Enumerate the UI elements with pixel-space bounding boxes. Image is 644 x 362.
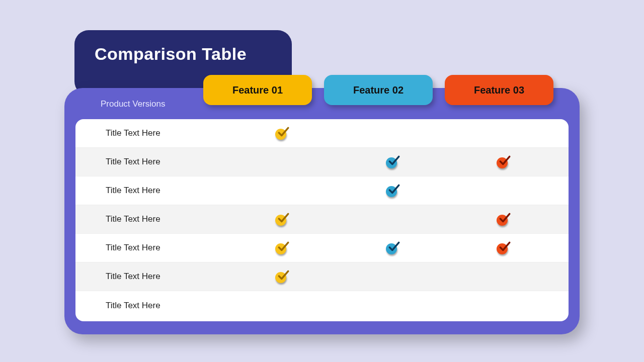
cell (337, 184, 448, 197)
subheader: Product Versions (101, 99, 166, 109)
table-row: Title Text Here (75, 176, 569, 205)
comparison-card: Product Versions Feature 01 Feature 02 F… (64, 88, 580, 334)
table-row: Title Text Here (75, 119, 569, 148)
row-label: Title Text Here (75, 272, 226, 282)
cell (448, 155, 558, 168)
feature-pill-3: Feature 03 (445, 75, 553, 105)
cell (226, 213, 337, 226)
check-icon (497, 213, 510, 226)
row-label: Title Text Here (75, 186, 226, 196)
cell (337, 241, 448, 254)
table-row: Title Text Here (75, 262, 569, 291)
check-icon (386, 155, 399, 168)
cell (448, 241, 558, 254)
cell (226, 241, 337, 254)
feature-pill-1: Feature 01 (203, 75, 312, 105)
check-icon (275, 270, 288, 283)
table-row: Title Text Here (75, 234, 569, 262)
row-label: Title Text Here (75, 301, 226, 311)
cell (226, 127, 337, 140)
row-label: Title Text Here (75, 214, 226, 224)
check-icon (275, 213, 288, 226)
check-icon (275, 241, 288, 254)
row-label: Title Text Here (75, 128, 226, 138)
table-row: Title Text Here (75, 148, 569, 176)
page-title: Comparison Table (95, 44, 272, 64)
comparison-grid: Title Text HereTitle Text HereTitle Text… (75, 119, 569, 321)
check-icon (386, 184, 399, 197)
feature-pill-2: Feature 02 (324, 75, 433, 105)
table-row: Title Text Here (75, 291, 569, 320)
check-icon (497, 241, 510, 254)
cell (448, 213, 558, 226)
check-icon (275, 127, 288, 140)
feature-label: Feature 02 (353, 84, 404, 96)
feature-label: Feature 03 (474, 84, 524, 96)
cell (337, 155, 448, 168)
cell (226, 270, 337, 283)
row-label: Title Text Here (75, 157, 226, 167)
check-icon (386, 241, 399, 254)
feature-label: Feature 01 (232, 84, 283, 96)
row-label: Title Text Here (75, 243, 226, 253)
table-row: Title Text Here (75, 205, 569, 234)
check-icon (497, 155, 510, 168)
